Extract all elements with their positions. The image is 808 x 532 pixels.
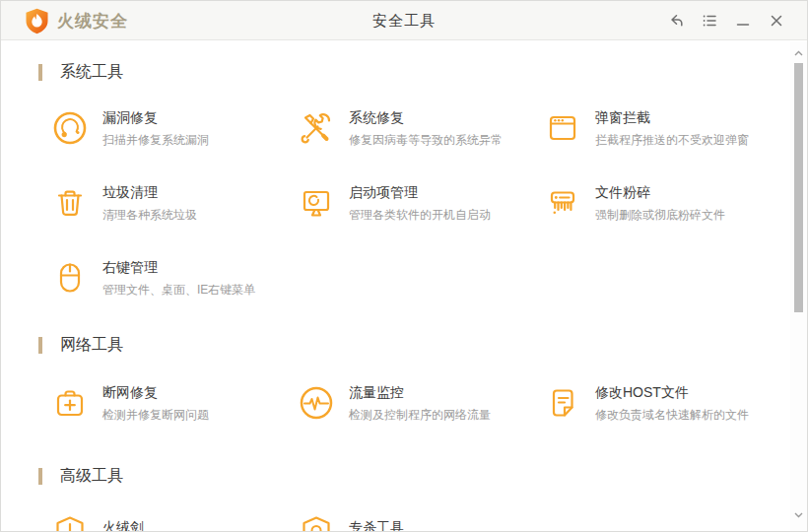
section-bar [38,468,42,485]
startup-manager-icon [299,185,334,221]
titlebar: 火绒安全 安全工具 [1,1,807,40]
tool-vulnerability-fix[interactable]: 漏洞修复 扫描并修复系统漏洞 [52,110,299,146]
tool-desc: 管理文件、桌面、IE右键菜单 [102,282,255,298]
tool-traffic-monitor[interactable]: 流量监控 检测及控制程序的网络流量 [299,385,545,421]
tool-title: 专杀工具 [349,518,404,531]
tool-desc: 拦截程序推送的不受欢迎弹窗 [595,132,749,148]
tool-desc: 强制删除或彻底粉碎文件 [595,207,725,223]
tool-title: 修改HOST文件 [595,383,749,402]
tool-title: 弹窗拦截 [595,108,749,127]
junk-cleaner-icon [52,185,88,221]
huorong-sword-shield-icon [52,514,88,531]
tool-junk-cleaner[interactable]: 垃圾清理 清理各种系统垃圾 [52,185,299,221]
tool-desc: 扫描并修复系统漏洞 [102,132,209,148]
tool-right-click-manager[interactable]: 右键管理 管理文件、桌面、IE右键菜单 [52,260,299,296]
popup-blocker-icon [545,110,580,146]
network-tools-grid: 断网修复 检测并修复断网问题 流量监控 检测及控制程序的网络流量 [52,385,790,421]
tool-desc: 修复因病毒等导致的系统异常 [349,132,503,148]
tool-desc: 修改负责域名快速解析的文件 [595,407,749,423]
section-header-advanced-tools: 高级工具 [38,466,790,487]
section-header-network-tools: 网络工具 [38,335,790,356]
tool-desc: 管理各类软件的开机自启动 [349,207,491,223]
app-brand: 火绒安全 [25,8,128,34]
huorong-shield-flame-icon [25,8,49,34]
tool-title: 火绒剑 [102,518,144,531]
network-repair-kit-icon [52,385,88,421]
tool-title: 断网修复 [102,383,209,402]
section-header-system-tools: 系统工具 [38,62,790,83]
host-file-document-icon [545,385,580,421]
tool-title: 右键管理 [102,258,255,277]
tool-host-file-editor[interactable]: 修改HOST文件 修改负责域名快速解析的文件 [545,385,790,421]
tool-file-shredder[interactable]: 文件粉碎 强制删除或彻底粉碎文件 [545,185,790,221]
back-button[interactable] [659,1,693,40]
tool-title: 系统修复 [349,108,503,127]
system-tools-grid: 漏洞修复 扫描并修复系统漏洞 系统修复 [52,110,790,296]
section-bar [38,64,42,81]
scroll-up-arrow[interactable] [790,45,807,61]
window-controls [659,1,793,40]
huorong-security-window: 火绒安全 安全工具 [0,0,808,532]
list-menu-icon [701,12,718,30]
tool-special-killer[interactable]: 专杀工具 [299,514,545,531]
special-killer-shield-icon [299,514,334,531]
tool-desc: 清理各种系统垃圾 [102,207,197,223]
vulnerability-fix-icon [52,110,88,146]
back-arrow-icon [667,12,685,30]
tool-system-repair[interactable]: 系统修复 修复因病毒等导致的系统异常 [299,110,545,146]
tool-title: 漏洞修复 [102,108,209,127]
tool-huorong-sword[interactable]: 火绒剑 [52,514,299,531]
tool-title: 垃圾清理 [102,183,197,202]
section-label: 系统工具 [60,62,123,83]
tool-title: 文件粉碎 [595,183,725,202]
file-shredder-icon [545,185,580,221]
system-repair-icon [299,110,334,146]
close-icon [768,12,785,30]
tool-desc: 检测及控制程序的网络流量 [349,407,491,423]
app-name: 火绒安全 [57,10,128,33]
menu-button[interactable] [693,1,726,40]
tool-network-repair[interactable]: 断网修复 检测并修复断网问题 [52,385,299,421]
section-label: 高级工具 [60,466,123,487]
tool-title: 启动项管理 [349,183,491,202]
traffic-monitor-pulse-icon [299,385,334,421]
minimize-button[interactable] [726,1,760,40]
section-label: 网络工具 [60,335,123,356]
mouse-right-click-icon [52,260,88,296]
advanced-tools-grid: 火绒剑 专杀工具 [52,514,790,531]
tool-startup-manager[interactable]: 启动项管理 管理各类软件的开机自启动 [299,185,545,221]
scrollbar-thumb[interactable] [794,63,803,312]
scroll-down-arrow[interactable] [790,507,807,523]
tools-page: 系统工具 漏洞修复 扫描并修复系统漏洞 [1,41,790,531]
tool-popup-blocker[interactable]: 弹窗拦截 拦截程序推送的不受欢迎弹窗 [545,110,790,146]
tool-desc: 检测并修复断网问题 [102,407,209,423]
close-button[interactable] [760,1,793,40]
section-bar [38,337,42,354]
minimize-icon [734,12,752,30]
scrollbar [790,41,807,531]
tool-title: 流量监控 [349,383,491,402]
